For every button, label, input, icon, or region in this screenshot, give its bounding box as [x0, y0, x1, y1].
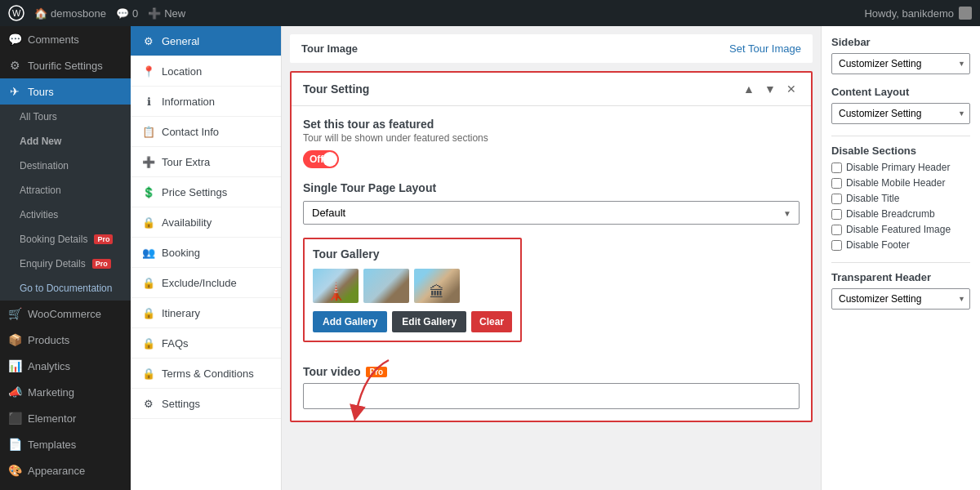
appearance-icon: 🎨: [8, 464, 21, 477]
nav-item-general[interactable]: ⚙ General: [131, 26, 281, 56]
right-sidebar: Sidebar Customizer Setting Content Layou…: [821, 26, 980, 490]
toggle-off-label: Off: [310, 154, 323, 165]
gallery-thumb-3: [414, 269, 460, 303]
nav-item-booking[interactable]: 👥 Booking: [131, 238, 281, 268]
tour-image-section: Tour Image Set Tour Image: [290, 34, 813, 63]
contact-nav-icon: 📋: [142, 125, 155, 138]
video-pro-tag: Pro: [366, 367, 388, 377]
tourific-icon: ⚙: [8, 59, 21, 72]
sidebar-item-attraction[interactable]: Attraction: [0, 178, 131, 203]
svg-text:W: W: [12, 8, 21, 18]
tour-setting-title: Tour Setting: [303, 82, 369, 96]
sidebar-item-destination[interactable]: Destination: [0, 154, 131, 178]
checkbox-primary-header-input[interactable]: [831, 163, 842, 173]
sidebar-item-analytics[interactable]: 📊 Analytics: [0, 353, 131, 379]
checkbox-featured-image[interactable]: Disable Featured Image: [831, 224, 970, 235]
sidebar: 💬 Comments ⚙ Tourific Settings ✈ Tours A…: [0, 26, 131, 490]
availability-nav-icon: 🔒: [142, 216, 155, 229]
checkbox-footer-input[interactable]: [831, 240, 842, 251]
disable-sections-label: Disable Sections: [831, 145, 970, 157]
analytics-icon: 📊: [8, 359, 21, 372]
sidebar-setting-label: Sidebar: [831, 36, 970, 48]
pro-badge-booking: Pro: [94, 234, 113, 244]
checkbox-featured-image-input[interactable]: [831, 225, 842, 235]
nav-item-information[interactable]: ℹ Information: [131, 87, 281, 117]
comments-icon: 💬: [8, 33, 21, 46]
checkbox-footer[interactable]: Disable Footer: [831, 239, 970, 251]
nav-item-terms-conditions[interactable]: 🔒 Terms & Conditions: [131, 359, 281, 389]
pro-badge-enquiry: Pro: [92, 259, 111, 269]
checkbox-mobile-header[interactable]: Disable Mobile Header: [831, 177, 970, 189]
tour-extra-nav-icon: ➕: [142, 155, 155, 168]
video-label: Tour video Pro: [303, 365, 800, 378]
new-item-link[interactable]: ➕ New: [148, 7, 185, 20]
nav-item-price-settings[interactable]: 💲 Price Settings: [131, 177, 281, 207]
disable-checkboxes: Disable Primary Header Disable Mobile He…: [831, 162, 970, 251]
sidebar-item-marketing[interactable]: 📣 Marketing: [0, 379, 131, 405]
content-layout-select[interactable]: Customizer Setting: [831, 103, 970, 124]
main-panel: Tour Image Set Tour Image Tour Setting ▲…: [282, 26, 821, 490]
sidebar-item-plugins[interactable]: 🔌 Plugins: [0, 483, 131, 490]
sidebar-item-booking-details[interactable]: Booking Details Pro: [0, 227, 131, 252]
checkbox-breadcrumb-input[interactable]: [831, 209, 842, 220]
wp-logo[interactable]: W: [8, 5, 24, 21]
nav-item-exclude-include[interactable]: 🔒 Exclude/Include: [131, 268, 281, 298]
layout-section: Single Tour Page Layout Default: [303, 181, 800, 225]
edit-gallery-button[interactable]: Edit Gallery: [392, 311, 466, 332]
terms-nav-icon: 🔒: [142, 367, 155, 380]
content-layout-section: Content Layout Customizer Setting: [831, 86, 970, 124]
sidebar-item-add-new[interactable]: Add New: [0, 129, 131, 154]
comments-link[interactable]: 💬 0: [116, 7, 138, 20]
checkbox-title[interactable]: Disable Title: [831, 193, 970, 204]
content-layout-label: Content Layout: [831, 86, 970, 98]
sidebar-item-woocommerce[interactable]: 🛒 WooCommerce: [0, 301, 131, 327]
sidebar-item-comments[interactable]: 💬 Comments: [0, 26, 131, 52]
sidebar-item-products[interactable]: 📦 Products: [0, 327, 131, 353]
transparent-header-select-wrapper: Customizer Setting: [831, 288, 970, 310]
nav-item-location[interactable]: 📍 Location: [131, 56, 281, 87]
add-gallery-button[interactable]: Add Gallery: [313, 311, 387, 332]
checkbox-breadcrumb[interactable]: Disable Breadcrumb: [831, 208, 970, 220]
sidebar-setting-section: Sidebar Customizer Setting: [831, 36, 970, 74]
toggle-wrap: Off: [303, 150, 800, 168]
collapse-up-btn[interactable]: ▲: [741, 81, 757, 97]
sidebar-item-enquiry-details[interactable]: Enquiry Details Pro: [0, 252, 131, 276]
nav-item-faqs[interactable]: 🔒 FAQs: [131, 328, 281, 359]
featured-toggle[interactable]: Off: [303, 150, 339, 168]
sidebar-item-elementor[interactable]: ⬛ Elementor: [0, 405, 131, 431]
site-name[interactable]: 🏠 demosbone: [34, 7, 106, 20]
content-layout-select-wrapper: Customizer Setting: [831, 103, 970, 124]
nav-item-availability[interactable]: 🔒 Availability: [131, 207, 281, 238]
sidebar-select[interactable]: Customizer Setting: [831, 53, 970, 74]
nav-item-tour-extra[interactable]: ➕ Tour Extra: [131, 147, 281, 177]
tour-gallery-box: Tour Gallery Add Gallery Edit Gallery Cl…: [303, 238, 522, 342]
video-input[interactable]: [303, 383, 800, 409]
tours-submenu: All Tours Add New Destination Attraction…: [0, 105, 131, 301]
set-tour-image-link[interactable]: Set Tour Image: [729, 42, 801, 55]
nav-item-contact-info[interactable]: 📋 Contact Info: [131, 117, 281, 147]
faqs-nav-icon: 🔒: [142, 336, 155, 350]
clear-gallery-button[interactable]: Clear: [471, 311, 512, 332]
close-btn[interactable]: ✕: [783, 81, 800, 97]
featured-sub: Tour will be shown under featured sectio…: [303, 132, 800, 144]
collapse-down-btn[interactable]: ▼: [762, 81, 778, 97]
products-icon: 📦: [8, 333, 21, 346]
sidebar-item-templates[interactable]: 📄 Templates: [0, 431, 131, 457]
nav-item-settings-bottom[interactable]: ⚙ Settings: [131, 389, 281, 419]
sidebar-item-tourific-settings[interactable]: ⚙ Tourific Settings: [0, 52, 131, 78]
layout-select-wrapper: Default: [303, 201, 800, 225]
checkbox-mobile-header-input[interactable]: [831, 178, 842, 189]
sidebar-item-go-to-docs[interactable]: Go to Documentation: [0, 276, 131, 301]
checkbox-primary-header[interactable]: Disable Primary Header: [831, 162, 970, 173]
sidebar-item-appearance[interactable]: 🎨 Appearance: [0, 457, 131, 483]
sidebar-item-activities[interactable]: Activities: [0, 203, 131, 227]
gallery-buttons: Add Gallery Edit Gallery Clear: [313, 311, 512, 332]
sidebar-item-all-tours[interactable]: All Tours: [0, 105, 131, 129]
sidebar-item-tours[interactable]: ✈ Tours: [0, 78, 131, 105]
checkbox-title-input[interactable]: [831, 194, 842, 204]
location-nav-icon: 📍: [142, 65, 155, 78]
transparent-header-select[interactable]: Customizer Setting: [831, 288, 970, 310]
tours-icon: ✈: [8, 85, 21, 98]
nav-item-itinerary[interactable]: 🔒 Itinerary: [131, 298, 281, 328]
layout-select[interactable]: Default: [303, 201, 800, 225]
